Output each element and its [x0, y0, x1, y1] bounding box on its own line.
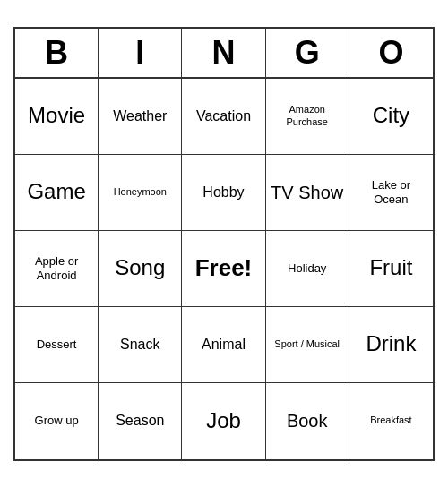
cell-text: Season	[116, 412, 164, 429]
cell-text: Game	[27, 179, 85, 205]
bingo-header: BINGO	[15, 29, 433, 79]
bingo-cell: City	[349, 79, 433, 155]
bingo-cell: Weather	[99, 79, 182, 155]
bingo-cell: Breakfast	[349, 383, 433, 459]
header-letter: B	[15, 29, 99, 77]
bingo-cell: TV Show	[266, 155, 349, 231]
cell-text: Grow up	[35, 414, 79, 428]
bingo-cell: Snack	[99, 307, 182, 383]
bingo-cell: Honeymoon	[99, 155, 182, 231]
bingo-cell: Song	[99, 231, 182, 307]
cell-text: Song	[115, 255, 165, 281]
bingo-grid: MovieWeatherVacationAmazon PurchaseCityG…	[15, 79, 433, 459]
cell-text: Vacation	[196, 107, 251, 124]
cell-text: TV Show	[271, 182, 343, 203]
bingo-cell: Sport / Musical	[266, 307, 349, 383]
cell-text: Sport / Musical	[274, 338, 340, 350]
cell-text: Book	[287, 410, 328, 431]
cell-text: Job	[206, 408, 241, 434]
cell-text: Breakfast	[370, 414, 411, 426]
bingo-cell: Season	[99, 383, 182, 459]
bingo-cell: Drink	[349, 307, 433, 383]
cell-text: Snack	[120, 336, 159, 353]
cell-text: Honeymoon	[114, 186, 167, 198]
bingo-cell: Hobby	[182, 155, 265, 231]
cell-text: Drink	[366, 331, 416, 357]
bingo-cell: Book	[266, 383, 349, 459]
bingo-cell: Lake or Ocean	[349, 155, 433, 231]
header-letter: O	[349, 29, 433, 77]
bingo-cell: Grow up	[15, 383, 99, 459]
bingo-cell: Dessert	[15, 307, 99, 383]
cell-text: City	[373, 103, 409, 129]
header-letter: N	[182, 29, 265, 77]
cell-text: Amazon Purchase	[270, 104, 345, 127]
bingo-cell: Apple or Android	[15, 231, 99, 307]
bingo-cell: Amazon Purchase	[266, 79, 349, 155]
cell-text: Fruit	[369, 255, 412, 281]
cell-text: Weather	[113, 107, 167, 124]
cell-text: Apple or Android	[19, 254, 94, 282]
bingo-cell: Vacation	[182, 79, 265, 155]
bingo-card: BINGO MovieWeatherVacationAmazon Purchas…	[13, 27, 435, 461]
header-letter: G	[266, 29, 349, 77]
cell-text: Dessert	[37, 337, 77, 352]
cell-text: Animal	[202, 336, 246, 353]
cell-text: Movie	[28, 103, 85, 129]
bingo-cell: Animal	[182, 307, 265, 383]
bingo-cell: Game	[15, 155, 99, 231]
cell-text: Hobby	[202, 184, 244, 201]
bingo-cell: Movie	[15, 79, 99, 155]
bingo-cell: Fruit	[349, 231, 433, 307]
bingo-cell: Job	[182, 383, 265, 459]
cell-text: Lake or Ocean	[353, 178, 429, 206]
cell-text: Holiday	[288, 261, 326, 276]
header-letter: I	[99, 29, 182, 77]
bingo-cell: Free!	[182, 231, 265, 307]
bingo-cell: Holiday	[266, 231, 349, 307]
cell-text: Free!	[195, 254, 253, 282]
